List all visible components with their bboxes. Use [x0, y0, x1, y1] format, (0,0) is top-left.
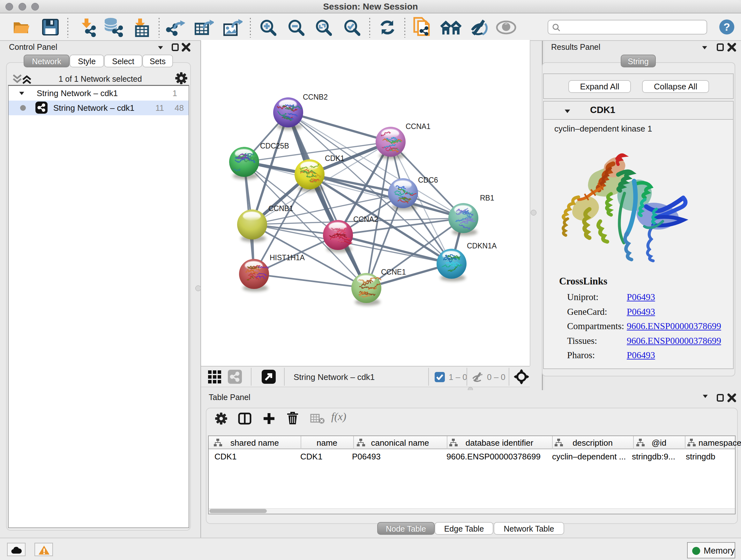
svg-text:CCNE1: CCNE1 [381, 268, 406, 276]
svg-text:CCNA2: CCNA2 [353, 215, 378, 224]
svg-text:RB1: RB1 [480, 194, 494, 202]
svg-text:CDK1: CDK1 [325, 154, 344, 163]
svg-text:CCNB1: CCNB1 [268, 204, 293, 212]
svg-text:HIST1H1A: HIST1H1A [270, 253, 305, 262]
svg-text:CDKN1A: CDKN1A [467, 242, 497, 250]
svg-text:CCNA1: CCNA1 [406, 122, 430, 131]
svg-text:CCNB2: CCNB2 [303, 93, 328, 101]
svg-text:CDC25B: CDC25B [260, 142, 289, 150]
svg-text:CDC6: CDC6 [418, 176, 438, 184]
